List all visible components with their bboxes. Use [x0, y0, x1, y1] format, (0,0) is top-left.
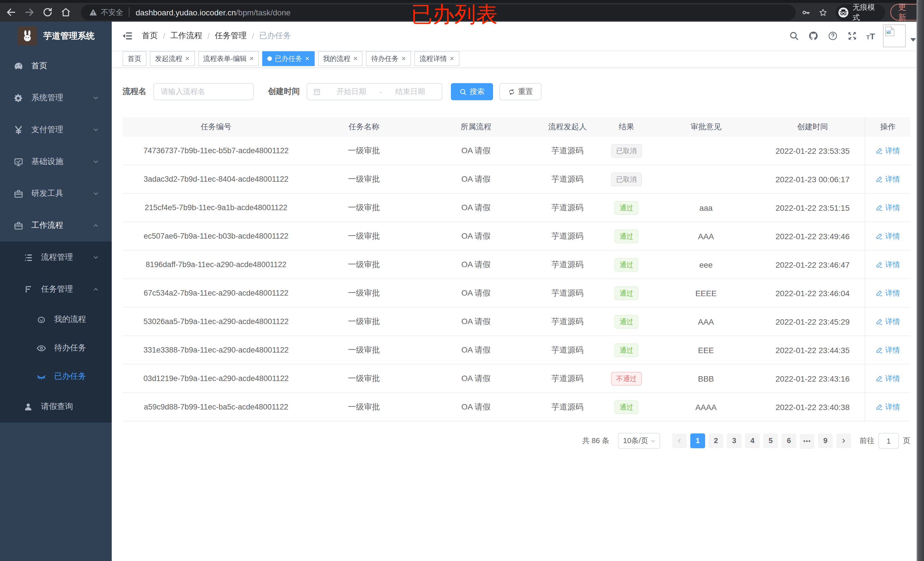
- avatar-caret-icon[interactable]: [910, 38, 916, 42]
- detail-link[interactable]: 详情: [876, 174, 900, 184]
- table-row: 03d1219e-7b9a-11ec-a290-acde48001122一级审批…: [123, 365, 910, 393]
- breadcrumb-home[interactable]: 首页: [142, 31, 158, 41]
- detail-link[interactable]: 详情: [876, 316, 900, 327]
- forward-icon[interactable]: [24, 7, 35, 18]
- tab-label: 首页: [128, 54, 141, 63]
- end-date-placeholder[interactable]: 结束日期: [384, 87, 436, 97]
- detail-link[interactable]: 详情: [876, 373, 900, 384]
- initiator-cell: 芋道源码: [534, 316, 602, 327]
- detail-link[interactable]: 详情: [876, 202, 900, 213]
- initiator-cell: 芋道源码: [534, 345, 602, 355]
- initiator-cell: 芋道源码: [534, 373, 602, 384]
- sidebar-item-todo-tasks[interactable]: 待办任务: [0, 334, 112, 362]
- detail-link[interactable]: 详情: [876, 145, 900, 156]
- detail-link[interactable]: 详情: [876, 402, 900, 412]
- breadcrumb-workflow[interactable]: 工作流程: [170, 31, 202, 41]
- sidebar-item-infrastructure[interactable]: 基础设施: [0, 146, 112, 178]
- sidebar-item-leave-query[interactable]: 请假查询: [0, 391, 112, 423]
- process-cell: OA 请假: [418, 174, 534, 184]
- sidebar-item-payment[interactable]: 支付管理: [0, 114, 112, 146]
- process-cell: OA 请假: [418, 231, 534, 241]
- search-button[interactable]: 搜索: [451, 83, 493, 100]
- help-icon[interactable]: [827, 31, 838, 41]
- app-logo[interactable]: 芋道管理系统: [0, 22, 112, 50]
- tab-start-process[interactable]: 发起流程×: [150, 51, 195, 66]
- page-button-4[interactable]: 4: [745, 433, 760, 448]
- sidebar-item-workflow[interactable]: 工作流程: [0, 209, 112, 241]
- table-row: 74736737-7b9b-11ec-b5b7-acde48001122一级审批…: [123, 137, 910, 165]
- sidebar-item-label: 基础设施: [32, 157, 63, 167]
- detail-link[interactable]: 详情: [876, 288, 900, 298]
- sidebar-item-label: 待办任务: [54, 343, 86, 353]
- pager-prev-button[interactable]: [672, 434, 687, 448]
- page-url[interactable]: dashboard.yudao.iocoder.cn/bpm/task/done: [136, 8, 290, 17]
- page-button-9[interactable]: 9: [818, 433, 833, 448]
- close-icon[interactable]: ×: [353, 56, 358, 61]
- tab-form-edit[interactable]: 流程表单-编辑×: [198, 51, 259, 66]
- sidebar-item-done-tasks[interactable]: 已办任务: [0, 362, 112, 391]
- detail-link[interactable]: 详情: [876, 259, 900, 270]
- avatar[interactable]: [883, 24, 906, 47]
- detail-link[interactable]: 详情: [876, 345, 900, 355]
- page-size-select[interactable]: 10条/页: [618, 433, 660, 449]
- security-label[interactable]: 不安全: [101, 7, 123, 17]
- chevron-down-icon: [92, 190, 99, 197]
- home-icon[interactable]: [60, 7, 71, 18]
- close-icon[interactable]: ×: [185, 56, 189, 61]
- close-icon[interactable]: ×: [402, 56, 406, 61]
- fullscreen-icon[interactable]: [847, 31, 857, 41]
- sidebar-item-dev-tools[interactable]: 研发工具: [0, 178, 112, 209]
- reload-icon[interactable]: [42, 7, 53, 18]
- breadcrumb-task-mgmt[interactable]: 任务管理: [215, 31, 247, 41]
- tab-process-detail[interactable]: 流程详情×: [414, 51, 459, 66]
- tab-done-tasks[interactable]: 已办任务×: [262, 51, 314, 66]
- sidebar-item-home[interactable]: 首页: [0, 50, 112, 82]
- page-button-6[interactable]: 6: [782, 433, 796, 448]
- date-range-input[interactable]: 开始日期 - 结束日期: [307, 83, 442, 100]
- action-cell: 详情: [865, 165, 910, 193]
- created-time-cell: 2022-01-22 23:45:29: [760, 317, 865, 326]
- detail-link[interactable]: 详情: [876, 231, 900, 241]
- search-icon[interactable]: [789, 31, 799, 41]
- password-key-icon[interactable]: [801, 7, 811, 17]
- start-date-placeholder[interactable]: 开始日期: [326, 87, 377, 97]
- sidebar-item-task-mgmt[interactable]: 任务管理: [0, 274, 112, 305]
- table-row: a59c9d88-7b99-11ec-ba5c-acde48001122一级审批…: [123, 393, 910, 422]
- initiator-cell: 芋道源码: [534, 145, 602, 156]
- process-name-label: 流程名: [123, 87, 147, 97]
- page-button-1[interactable]: 1: [690, 433, 705, 448]
- pager-next-button[interactable]: [836, 434, 851, 448]
- incognito-badge: 无痕模式: [836, 4, 885, 20]
- process-name-input[interactable]: 请输入流程名: [153, 83, 254, 100]
- sidebar-item-process-mgmt[interactable]: 流程管理: [0, 241, 112, 274]
- pager-ellipsis[interactable]: •••: [800, 434, 814, 449]
- close-icon[interactable]: ×: [249, 56, 254, 61]
- action-cell: 详情: [865, 308, 910, 335]
- action-cell: 详情: [865, 336, 910, 364]
- sidebar-item-my-process[interactable]: 我的流程: [0, 305, 112, 334]
- tab-todo-tasks[interactable]: 待办任务×: [366, 51, 411, 66]
- sidebar-item-label: 任务管理: [41, 284, 73, 295]
- incognito-label: 无痕模式: [853, 2, 878, 22]
- goto-page-input[interactable]: 1: [878, 433, 899, 449]
- back-icon[interactable]: [6, 7, 16, 18]
- page-button-5[interactable]: 5: [763, 433, 778, 448]
- sidebar-collapse-icon[interactable]: [122, 30, 134, 42]
- result-badge: 不通过: [611, 372, 642, 385]
- page-button-2[interactable]: 2: [708, 433, 723, 448]
- github-icon[interactable]: [808, 31, 818, 41]
- close-icon[interactable]: ×: [450, 56, 454, 61]
- comment-cell: EEEE: [651, 289, 760, 298]
- sidebar-item-system[interactable]: 系统管理: [0, 82, 112, 114]
- navbar: 首页 / 工作流程 / 任务管理 / 已办任务: [112, 22, 924, 50]
- reset-button[interactable]: 重置: [500, 83, 542, 100]
- close-icon[interactable]: ×: [305, 56, 309, 61]
- task-name-cell: 一级审批: [309, 288, 418, 298]
- result-badge: 通过: [615, 258, 638, 271]
- result-badge: 通过: [615, 201, 638, 214]
- tab-home[interactable]: 首页: [123, 51, 147, 66]
- font-size-icon[interactable]: TT: [866, 31, 875, 41]
- tab-my-process[interactable]: 我的流程×: [318, 51, 363, 66]
- bookmark-star-icon[interactable]: [819, 7, 828, 17]
- page-button-3[interactable]: 3: [727, 433, 742, 448]
